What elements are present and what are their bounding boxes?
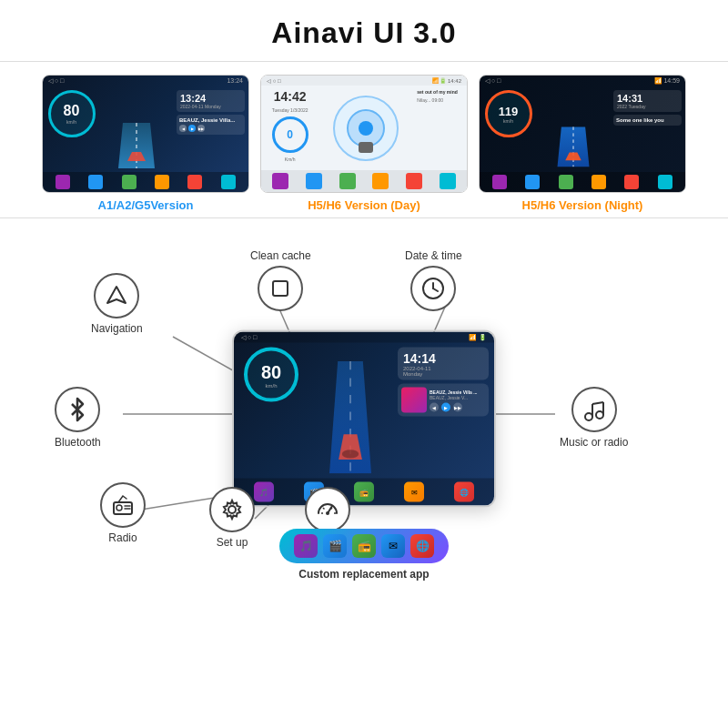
screenshot-h5night-label: H5/H6 Version (Night) [522, 198, 643, 212]
music-label: Music or radio [560, 436, 628, 449]
custom-app-mail: ✉ [381, 534, 405, 558]
feature-datetime: Date & time [405, 246, 462, 311]
center-display: ◁ ○ □ 📶 🔋 80 km/h [232, 330, 496, 508]
custom-app-browser: 🌐 [410, 534, 434, 558]
setup-label: Set up [217, 536, 248, 549]
svg-point-33 [116, 505, 122, 511]
radio-icon [100, 482, 146, 528]
feature-diagram: Navigation Clean cache Date & time Bluet… [0, 218, 728, 619]
clean-cache-icon [258, 266, 303, 311]
screenshot-h5day: ◁ ○ □ 📶 🔋 14:42 14:42 Tuesday 1/3/2022 0… [259, 75, 469, 212]
clean-cache-label: Clean cache [250, 249, 311, 262]
datetime-icon [410, 266, 456, 311]
feature-bluetooth: Bluetooth [55, 387, 101, 449]
svg-line-41 [323, 508, 325, 510]
screenshot-h5night: ◁ ○ □ 📶 14:59 119 km/h [478, 75, 687, 212]
bluetooth-icon [55, 387, 100, 432]
radio-label: Radio [108, 531, 136, 544]
svg-point-23 [585, 413, 592, 420]
screenshot-a1: ◁ ○ □ 13:24 80 km/h [41, 75, 250, 212]
header: Ainavi UI 3.0 [0, 0, 728, 61]
main-time: 14:14 [403, 351, 483, 366]
svg-marker-18 [107, 287, 126, 303]
datetime-label: Date & time [405, 249, 462, 262]
navigation-icon [94, 273, 139, 318]
feature-navigation: Navigation [91, 273, 143, 335]
page-title: Ainavi UI 3.0 [0, 16, 728, 50]
svg-rect-19 [273, 281, 288, 296]
screen-a1-speed: 80 [64, 103, 80, 119]
custom-app-label: Custom replacement app [298, 568, 429, 581]
screenshot-a1-label: A1/A2/G5Version [98, 198, 194, 212]
music-icon [571, 387, 617, 432]
custom-app-radio: 📻 [352, 534, 376, 558]
screen-night-speed: 119 [499, 105, 519, 118]
screenshots-row: ◁ ○ □ 13:24 80 km/h [0, 62, 728, 217]
svg-line-27 [592, 402, 603, 404]
speed-icon [305, 487, 350, 532]
custom-app-container: 🎵 🎬 📻 ✉ 🌐 Custom replacement app [279, 529, 449, 581]
main-speed-value: 80 [261, 361, 281, 382]
feature-radio: Radio [100, 482, 146, 544]
setup-icon [209, 487, 255, 532]
custom-app-video: 🎬 [323, 534, 347, 558]
custom-app-music: 🎵 [294, 534, 318, 558]
svg-line-22 [433, 288, 438, 291]
svg-point-31 [342, 450, 359, 458]
navigation-label: Navigation [91, 322, 143, 335]
svg-point-5 [359, 121, 373, 136]
svg-point-36 [228, 506, 236, 513]
svg-point-24 [596, 411, 603, 419]
svg-point-38 [326, 511, 329, 515]
screenshot-h5day-label: H5/H6 Version (Day) [308, 198, 420, 212]
feature-music: Music or radio [560, 387, 628, 449]
bluetooth-label: Bluetooth [55, 436, 101, 449]
feature-setup: Set up [209, 487, 255, 549]
svg-rect-6 [359, 142, 373, 153]
svg-line-42 [331, 508, 333, 510]
feature-clean-cache: Clean cache [250, 246, 311, 311]
